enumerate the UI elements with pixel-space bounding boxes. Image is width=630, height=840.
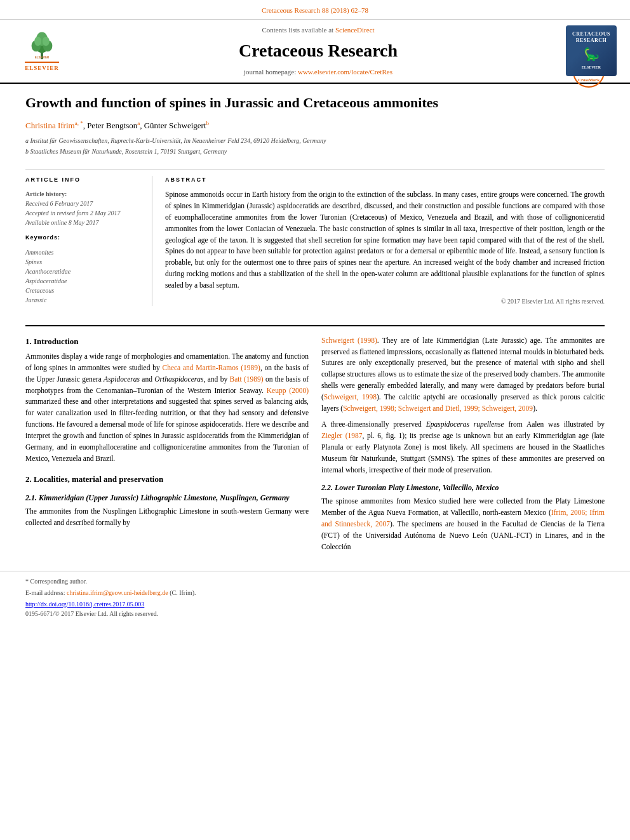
article-history: Article history: Received 6 February 201… — [25, 189, 142, 227]
author3-sup: b — [206, 120, 210, 126]
article-title: Growth and function of spines in Jurassi… — [25, 94, 605, 112]
accepted-date: Accepted in revised form 2 May 2017 — [25, 208, 142, 218]
journal-title: Cretaceous Research — [74, 37, 563, 64]
article-content: ✕ CrossMark Growth and function of spine… — [0, 84, 630, 316]
main-body: 1. Introduction Ammonites display a wide… — [0, 326, 630, 571]
email-label: E-mail address: — [25, 589, 65, 596]
ref-keupp[interactable]: Keupp (2000) — [267, 387, 309, 394]
left-col: 1. Introduction Ammonites display a wide… — [25, 335, 309, 558]
ref-batt[interactable]: Batt (1989) — [229, 375, 263, 383]
authors-line: Christina Ifrima, *, Peter Bengtsona, Gü… — [25, 119, 605, 132]
keyword-1: Ammonites — [25, 248, 142, 257]
cretaceous-badge: CRETACEOUSRESEARCH 🦕 ELSEVIER — [566, 25, 617, 76]
ref-schweigert1998[interactable]: Schweigert (1998) — [321, 337, 377, 344]
subsection2-2-heading: 2.2. Lower Turonian Platy Limestone, Val… — [321, 482, 605, 493]
received-date: Received 6 February 2017 — [25, 199, 142, 208]
and-text: and — [572, 531, 583, 539]
keyword-2: Spines — [25, 257, 142, 267]
email-suffix: (C. Ifrim). — [170, 589, 196, 596]
badge-title: CRETACEOUSRESEARCH — [572, 31, 610, 43]
crossmark-label: CrossMark — [578, 77, 600, 84]
badge-subtitle: ELSEVIER — [582, 65, 601, 70]
footer-section: * Corresponding author. E-mail address: … — [0, 571, 630, 623]
ref-checa[interactable]: Checa and Martin-Ramos (1989) — [162, 364, 260, 371]
journal-citation: Cretaceous Research 88 (2018) 62–78 — [262, 6, 368, 14]
svg-point-6 — [43, 37, 50, 46]
right-col: Schweigert (1998). They are of late Kimm… — [321, 335, 605, 558]
subsection2-1-heading: 2.1. Kimmeridgian (Upper Jurassic) Litho… — [25, 492, 309, 503]
elsevier-logo-section: ELSEVIER ELSEVIER — [10, 29, 74, 73]
abstract-label: ABSTRACT — [165, 176, 605, 185]
affiliation-a: a Institut für Geowissenschaften, Ruprec… — [25, 136, 605, 145]
elsevier-label: ELSEVIER — [25, 62, 59, 73]
elsevier-logo: ELSEVIER ELSEVIER — [25, 29, 59, 73]
affiliation-b: b Staatliches Museum für Naturkunde, Ros… — [25, 147, 605, 156]
section2-heading: 2. Localities, material and preservation — [25, 473, 309, 486]
article-info-label: ARTICLE INFO — [25, 176, 142, 185]
keyword-5: Cretaceous — [25, 286, 142, 295]
email-link[interactable]: christina.ifrim@geow.uni-heidelberg.de — [67, 589, 168, 596]
keywords-label: Keywords: — [25, 234, 142, 243]
article-info-abstract: ARTICLE INFO Article history: Received 6… — [25, 169, 605, 306]
badge-fossil-icon: 🦕 — [584, 44, 600, 63]
affiliations: a Institut für Geowissenschaften, Ruprec… — [25, 136, 605, 156]
abstract-col: ABSTRACT Spinose ammonoids occur in Eart… — [165, 176, 605, 306]
ref-ziegler1987[interactable]: Ziegler (1987 — [321, 432, 363, 439]
author1-sup: a, * — [75, 120, 83, 126]
italic-aspidoceras: Aspidoceras — [104, 375, 140, 383]
ref-schweigert1998b[interactable]: Schweigert, 1998 — [324, 393, 377, 401]
keyword-4: Aspidoceratidae — [25, 276, 142, 286]
available-text: Contents lists available at ScienceDirec… — [74, 25, 563, 36]
abstract-text: Spinose ammonoids occur in Earth history… — [165, 189, 605, 291]
elsevier-tree-icon: ELSEVIER — [26, 29, 58, 60]
doi-line: http://dx.doi.org/10.1016/j.cretres.2017… — [25, 599, 605, 609]
journal-header: ELSEVIER ELSEVIER Contents lists availab… — [0, 20, 630, 84]
right-col-text1: Schweigert (1998). They are of late Kimm… — [321, 335, 605, 415]
available-date: Available online 8 May 2017 — [25, 218, 142, 227]
italic-epaspidoceras: Epaspidoceras rupellense — [426, 420, 504, 428]
svg-point-5 — [34, 37, 41, 46]
keywords-section: Keywords: Ammonites Spines Acanthocerati… — [25, 234, 142, 305]
copyright-line: © 2017 Elsevier Ltd. All rights reserved… — [165, 297, 605, 306]
doi-link[interactable]: http://dx.doi.org/10.1016/j.cretres.2017… — [25, 601, 144, 608]
section1-text: Ammonites display a wide range of morpho… — [25, 351, 309, 464]
email-footnote: E-mail address: christina.ifrim@geow.uni… — [25, 588, 605, 597]
subsection2-2-text: The spinose ammonites from Mexico studie… — [321, 496, 605, 552]
top-bar: Cretaceous Research 88 (2018) 62–78 — [0, 0, 630, 20]
corresponding-author: * Corresponding author. — [25, 577, 605, 586]
keyword-6: Jurassic — [25, 295, 142, 305]
section1-heading: 1. Introduction — [25, 335, 309, 348]
keyword-3: Acanthoceratidae — [25, 267, 142, 276]
ref-ifrim2006[interactable]: Ifrim, 2006; Ifrim and Stinnesbeck, 2007 — [321, 509, 605, 528]
sciencedirect-link[interactable]: ScienceDirect — [335, 26, 375, 34]
the-text: the — [596, 531, 605, 539]
ref-schweigert1999[interactable]: Schweigert and Dietl, 1999; Schweigert, … — [398, 404, 533, 412]
article-info-col: ARTICLE INFO Article history: Received 6… — [25, 176, 152, 306]
svg-text:ELSEVIER: ELSEVIER — [35, 57, 50, 60]
journal-logo-right: CRETACEOUSRESEARCH 🦕 ELSEVIER — [563, 25, 620, 76]
history-label: Article history: — [25, 190, 67, 197]
journal-center: Contents lists available at ScienceDirec… — [74, 25, 563, 77]
ref-schweigert1998c[interactable]: Schweigert, 1998; — [343, 404, 396, 412]
italic-orthaspidoceras: Orthaspidoceras — [154, 375, 203, 383]
author1-link[interactable]: Christina Ifrim — [25, 121, 75, 130]
subsection2-1-text: The ammonites from the Nusplingen Lithog… — [25, 506, 309, 529]
homepage-link[interactable]: www.elsevier.com/locate/CretRes — [298, 68, 392, 76]
issn-line: 0195-6671/© 2017 Elsevier Ltd. All right… — [25, 609, 605, 618]
right-col-text2: A three-dimensionally preserved Epaspido… — [321, 419, 605, 476]
journal-homepage: journal homepage: www.elsevier.com/locat… — [74, 67, 563, 77]
